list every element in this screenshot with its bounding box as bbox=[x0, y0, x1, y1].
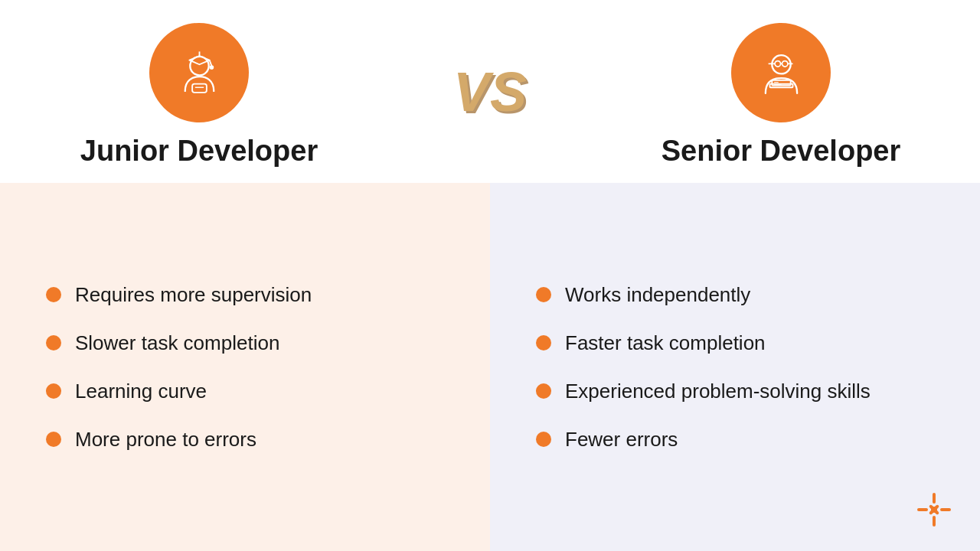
svg-rect-19 bbox=[917, 508, 928, 511]
senior-header: Senior Developer bbox=[628, 23, 934, 168]
right-panel: Works independently Faster task completi… bbox=[490, 183, 980, 551]
list-item: Learning curve bbox=[46, 380, 444, 403]
bullet-text: Fewer errors bbox=[565, 428, 678, 452]
bullet-dot bbox=[536, 383, 551, 399]
senior-title: Senior Developer bbox=[662, 135, 901, 168]
left-panel: Requires more supervision Slower task co… bbox=[0, 183, 490, 551]
svg-rect-17 bbox=[933, 493, 936, 504]
bullet-text: Slower task completion bbox=[75, 331, 279, 355]
list-item: Slower task completion bbox=[46, 331, 444, 355]
bullet-dot bbox=[46, 287, 61, 302]
senior-icon bbox=[753, 44, 810, 102]
comparison-section: Requires more supervision Slower task co… bbox=[0, 183, 980, 551]
bullet-text: Learning curve bbox=[75, 380, 207, 403]
bullet-text: Requires more supervision bbox=[75, 283, 312, 307]
list-item: More prone to errors bbox=[46, 428, 444, 452]
bullet-text: More prone to errors bbox=[75, 428, 256, 452]
bullet-text: Experienced problem-solving skills bbox=[565, 380, 871, 403]
senior-avatar bbox=[731, 23, 831, 122]
bullet-dot bbox=[46, 383, 61, 399]
list-item: Faster task completion bbox=[536, 331, 934, 355]
svg-rect-18 bbox=[933, 516, 936, 527]
svg-point-8 bbox=[782, 60, 788, 67]
svg-rect-20 bbox=[940, 508, 951, 511]
vs-text: VS bbox=[453, 64, 527, 119]
list-item: Experienced problem-solving skills bbox=[536, 380, 934, 403]
bullet-text: Works independently bbox=[565, 283, 750, 307]
vs-badge: VS bbox=[429, 64, 551, 119]
bullet-dot bbox=[46, 432, 61, 447]
bullet-dot bbox=[46, 335, 61, 350]
bullet-dot bbox=[536, 335, 551, 350]
main-container: Junior Developer VS bbox=[0, 0, 980, 551]
brand-icon bbox=[911, 487, 957, 533]
bullet-text: Faster task completion bbox=[565, 331, 766, 355]
bullet-dot bbox=[536, 432, 551, 447]
vs-container: VS bbox=[453, 64, 527, 119]
svg-line-2 bbox=[209, 60, 211, 66]
list-item: Works independently bbox=[536, 283, 934, 307]
header-section: Junior Developer VS bbox=[0, 0, 980, 183]
junior-avatar bbox=[149, 23, 249, 122]
svg-point-3 bbox=[210, 66, 213, 69]
junior-icon bbox=[171, 44, 228, 102]
svg-point-7 bbox=[775, 60, 781, 67]
footer-logo bbox=[911, 487, 957, 536]
bullet-dot bbox=[536, 287, 551, 302]
junior-header: Junior Developer bbox=[46, 23, 352, 168]
list-item: Fewer errors bbox=[536, 428, 934, 452]
svg-rect-4 bbox=[192, 83, 207, 92]
junior-title: Junior Developer bbox=[80, 135, 318, 168]
list-item: Requires more supervision bbox=[46, 283, 444, 307]
